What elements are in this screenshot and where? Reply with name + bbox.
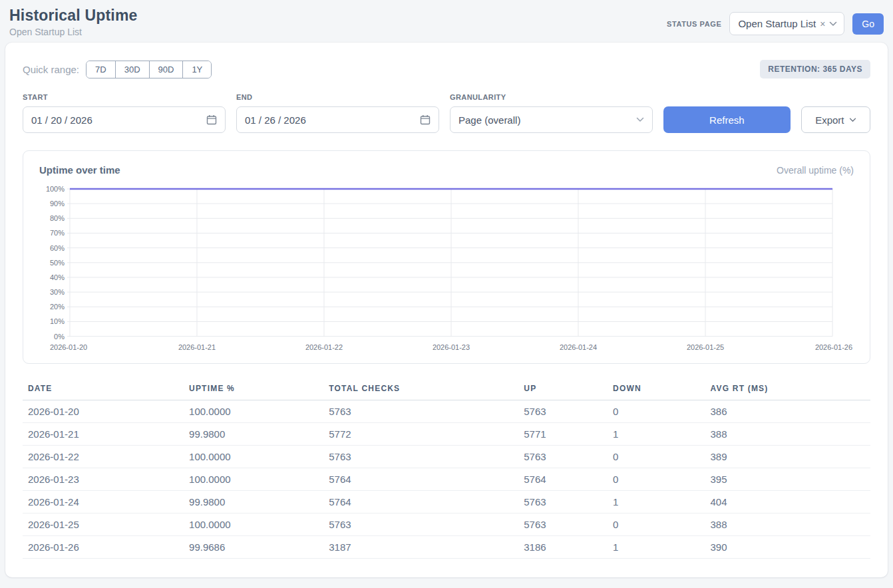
chart-title: Uptime over time [39, 164, 120, 176]
table-cell: 5763 [323, 513, 518, 535]
table-body: 2026-01-20100.00005763576303862026-01-21… [23, 400, 870, 558]
table-cell: 5771 [518, 422, 608, 445]
calendar-icon[interactable] [206, 114, 217, 125]
y-axis-tick: 70% [50, 229, 65, 237]
granularity-value: Page (overall) [458, 114, 636, 126]
column-header-up: UP [518, 378, 608, 400]
table-cell: 2026-01-21 [23, 422, 184, 445]
table-cell: 390 [705, 535, 870, 558]
y-axis-tick: 50% [50, 259, 65, 267]
table-row: 2026-01-2699.9686318731861390 [23, 535, 870, 558]
y-axis-tick: 80% [50, 214, 65, 222]
export-label: Export [815, 114, 844, 126]
status-page-controls: STATUS PAGE Open Startup List × Go [667, 12, 884, 35]
end-date-field: END 01 / 26 / 2026 [236, 93, 439, 133]
table-row: 2026-01-2199.9800577257711388 [23, 422, 870, 445]
table-cell: 99.9800 [184, 422, 323, 445]
table-cell: 2026-01-24 [23, 490, 184, 513]
clear-icon[interactable]: × [820, 19, 825, 29]
x-axis-tick: 2026-01-20 [50, 343, 87, 351]
quick-range-row: Quick range: 7D30D90D1Y RETENTION: 365 D… [23, 60, 870, 78]
table-cell: 1 [608, 422, 705, 445]
end-label: END [236, 93, 439, 101]
go-button[interactable]: Go [852, 13, 884, 35]
chart-svg: 0%10%20%30%40%50%60%70%80%90%100%2026-01… [39, 182, 854, 354]
x-axis-tick: 2026-01-23 [433, 343, 470, 351]
filter-controls-row: START 01 / 20 / 2026 END 01 / 26 / 2026 … [23, 93, 870, 133]
table-cell: 99.9800 [184, 490, 323, 513]
table-row: 2026-01-23100.0000576457640395 [23, 468, 870, 490]
table-cell: 5763 [323, 400, 518, 422]
table-row: 2026-01-22100.0000576357630389 [23, 445, 870, 468]
table-cell: 0 [608, 445, 705, 468]
table-cell: 395 [705, 468, 870, 490]
table-cell: 389 [705, 445, 870, 468]
table-cell: 100.0000 [184, 445, 323, 468]
column-header-avg-rt-ms-: AVG RT (MS) [705, 378, 870, 400]
uptime-line-chart: 0%10%20%30%40%50%60%70%80%90%100%2026-01… [39, 182, 854, 354]
top-bar: Historical Uptime Open Startup List STAT… [5, 0, 888, 43]
column-header-down: DOWN [608, 378, 705, 400]
table-cell: 5763 [518, 513, 608, 535]
quick-range-90d[interactable]: 90D [149, 61, 183, 78]
table-row: 2026-01-25100.0000576357630388 [23, 513, 870, 535]
end-date-value: 01 / 26 / 2026 [245, 114, 420, 126]
table-cell: 404 [705, 490, 870, 513]
chevron-down-icon [636, 117, 644, 122]
y-axis-tick: 0% [54, 333, 65, 341]
main-panel: Quick range: 7D30D90D1Y RETENTION: 365 D… [5, 43, 888, 577]
x-axis-tick: 2026-01-24 [560, 343, 597, 351]
granularity-select[interactable]: Page (overall) [450, 106, 653, 133]
y-axis-tick: 40% [50, 273, 65, 281]
table-cell: 3187 [323, 535, 518, 558]
table-cell: 99.9686 [184, 535, 323, 558]
table-cell: 1 [608, 490, 705, 513]
page-title: Historical Uptime [9, 7, 138, 25]
uptime-table: DATEUPTIME %TOTAL CHECKSUPDOWNAVG RT (MS… [23, 378, 870, 559]
chevron-down-icon [849, 118, 856, 122]
export-button[interactable]: Export [801, 106, 870, 133]
y-axis-tick: 60% [50, 244, 65, 252]
y-axis-tick: 10% [50, 317, 65, 325]
table-cell: 5772 [323, 422, 518, 445]
table-row: 2026-01-20100.0000576357630386 [23, 400, 870, 422]
quick-range-1y[interactable]: 1Y [182, 61, 211, 78]
status-page-value: Open Startup List [738, 18, 816, 29]
table-header: DATEUPTIME %TOTAL CHECKSUPDOWNAVG RT (MS… [23, 378, 870, 400]
calendar-icon[interactable] [420, 114, 431, 125]
chevron-down-icon [829, 21, 837, 27]
table-cell: 2026-01-26 [23, 535, 184, 558]
x-axis-tick: 2026-01-21 [178, 343, 216, 351]
table-cell: 0 [608, 400, 705, 422]
start-date-field: START 01 / 20 / 2026 [23, 93, 226, 133]
start-date-value: 01 / 20 / 2026 [31, 114, 206, 126]
table-cell: 5764 [323, 490, 518, 513]
refresh-button[interactable]: Refresh [663, 106, 791, 133]
table-cell: 5764 [518, 468, 608, 490]
table-cell: 2026-01-20 [23, 400, 184, 422]
table-cell: 100.0000 [184, 468, 323, 490]
retention-badge: RETENTION: 365 DAYS [760, 60, 870, 78]
y-axis-tick: 90% [50, 200, 65, 208]
column-header-uptime-: UPTIME % [184, 378, 323, 400]
table-cell: 100.0000 [184, 400, 323, 422]
status-page-select[interactable]: Open Startup List × [729, 12, 844, 35]
table-cell: 5763 [518, 490, 608, 513]
table-cell: 100.0000 [184, 513, 323, 535]
start-label: START [23, 93, 226, 101]
x-axis-tick: 2026-01-26 [815, 343, 852, 351]
quick-range-7d[interactable]: 7D [87, 61, 115, 78]
table-cell: 1 [608, 535, 705, 558]
chart-header: Uptime over time Overall uptime (%) [39, 164, 854, 176]
column-header-total-checks: TOTAL CHECKS [323, 378, 518, 400]
table-cell: 3186 [518, 535, 608, 558]
granularity-label: GRANULARITY [450, 93, 653, 101]
table-cell: 0 [608, 513, 705, 535]
x-axis-tick: 2026-01-22 [305, 343, 343, 351]
quick-range-30d[interactable]: 30D [115, 61, 149, 78]
start-date-input[interactable]: 01 / 20 / 2026 [23, 106, 226, 133]
status-page-label: STATUS PAGE [667, 20, 721, 28]
y-axis-tick: 30% [50, 288, 65, 296]
end-date-input[interactable]: 01 / 26 / 2026 [236, 106, 439, 133]
table-cell: 2026-01-22 [23, 445, 184, 468]
